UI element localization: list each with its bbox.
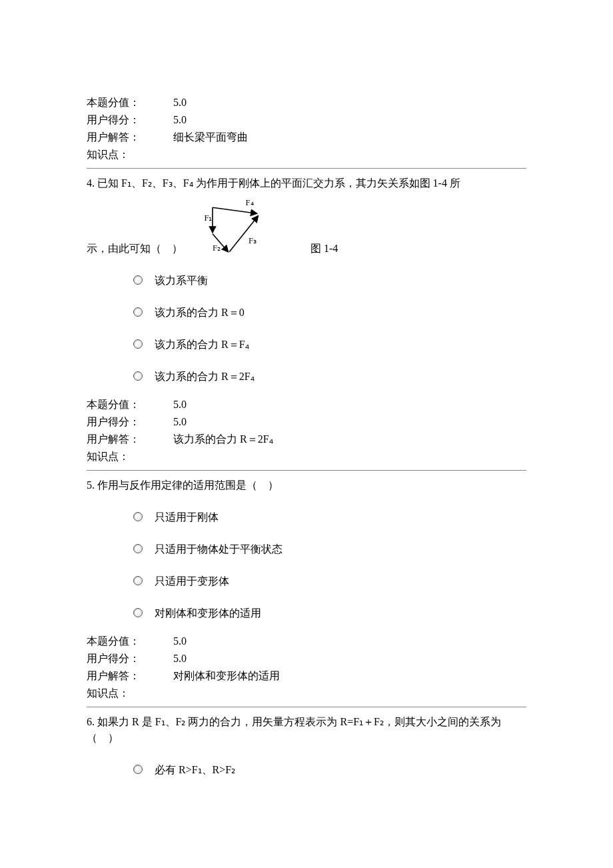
knowledge-value	[173, 449, 526, 465]
user-answer-value: 对刚体和变形体的适用	[173, 668, 526, 684]
option-text: 必有 R>F₁、R>F₂	[155, 758, 235, 778]
user-score-value: 5.0	[173, 112, 526, 128]
divider	[87, 707, 526, 707]
q4-figure-caption: 图 1-4	[310, 241, 338, 257]
knowledge-label: 知识点：	[87, 147, 173, 163]
q5-meta-block: 本题分值： 5.0 用户得分： 5.0 用户解答： 对刚体和变形体的适用 知识点…	[87, 633, 526, 701]
user-score-value: 5.0	[173, 651, 526, 667]
knowledge-value	[173, 685, 526, 701]
meta-row-knowledge: 知识点：	[87, 147, 526, 163]
page: 本题分值： 5.0 用户得分： 5.0 用户解答： 细长梁平面弯曲 知识点： 4…	[0, 0, 613, 817]
option-text: 只适用于变形体	[155, 569, 229, 589]
user-score-label: 用户得分：	[87, 651, 173, 667]
meta-row-user-score: 用户得分： 5.0	[87, 414, 526, 430]
label-f2: F₂	[213, 243, 221, 253]
label-f3: F₃	[249, 236, 257, 245]
option-text: 该力系的合力 R＝F₄	[155, 333, 249, 353]
meta-row-user-answer: 用户解答： 细长梁平面弯曲	[87, 129, 526, 145]
svg-line-4	[213, 207, 257, 213]
radio-icon	[133, 339, 143, 349]
radio-icon	[133, 544, 143, 553]
knowledge-label: 知识点：	[87, 449, 173, 465]
q4-stem-line2: 示，由此可知（ ）	[87, 241, 183, 257]
score-value: 5.0	[173, 633, 526, 649]
radio-icon	[133, 275, 143, 285]
q4-options: 该力系平衡 该力系的合力 R＝0 该力系的合力 R＝F₄ 该力系的合力 R＝2F…	[87, 269, 526, 385]
score-value: 5.0	[173, 95, 526, 111]
q3-meta-block: 本题分值： 5.0 用户得分： 5.0 用户解答： 细长梁平面弯曲 知识点：	[87, 95, 526, 163]
q5-option-d[interactable]: 对刚体和变形体的适用	[133, 601, 526, 621]
q5-option-b[interactable]: 只适用于物体处于平衡状态	[133, 537, 526, 557]
knowledge-value	[173, 147, 526, 163]
meta-row-knowledge: 知识点：	[87, 449, 526, 465]
option-text: 对刚体和变形体的适用	[155, 601, 261, 621]
meta-row-score: 本题分值： 5.0	[87, 95, 526, 111]
user-score-label: 用户得分：	[87, 414, 173, 430]
meta-row-user-score: 用户得分： 5.0	[87, 112, 526, 128]
svg-line-3	[229, 216, 258, 252]
radio-icon	[133, 512, 143, 521]
divider	[87, 168, 526, 169]
q4-stem-line1: 4. 已知 F₁、F₂、F₃、F₄ 为作用于刚体上的平面汇交力系，其力矢关系如图…	[87, 175, 526, 191]
user-answer-label: 用户解答：	[87, 129, 173, 145]
user-answer-value: 该力系的合力 R＝2F₄	[173, 431, 526, 447]
user-answer-value: 细长梁平面弯曲	[173, 129, 526, 145]
q5-option-c[interactable]: 只适用于变形体	[133, 569, 526, 589]
meta-row-user-score: 用户得分： 5.0	[87, 651, 526, 667]
option-text: 该力系平衡	[155, 269, 208, 289]
user-score-label: 用户得分：	[87, 112, 173, 128]
option-text: 只适用于物体处于平衡状态	[155, 537, 283, 557]
user-answer-label: 用户解答：	[87, 431, 173, 447]
score-label: 本题分值：	[87, 397, 173, 413]
q6-option-a[interactable]: 必有 R>F₁、R>F₂	[133, 758, 526, 778]
radio-icon	[133, 576, 143, 585]
option-text: 该力系的合力 R＝0	[155, 301, 245, 321]
force-polygon-diagram: F₁ F₂ F₃ F₄	[187, 197, 287, 257]
knowledge-label: 知识点：	[87, 685, 173, 701]
meta-row-score: 本题分值： 5.0	[87, 397, 526, 413]
q4-option-d[interactable]: 该力系的合力 R＝2F₄	[133, 365, 526, 385]
q4-option-b[interactable]: 该力系的合力 R＝0	[133, 301, 526, 321]
q6-options: 必有 R>F₁、R>F₂	[87, 758, 526, 778]
q6-stem: 6. 如果力 R 是 F₁、F₂ 两力的合力，用矢量方程表示为 R=F₁＋F₂，…	[87, 714, 526, 746]
meta-row-score: 本题分值： 5.0	[87, 633, 526, 649]
q4-stem-line2-row: 示，由此可知（ ） F₁ F₂ F₃ F₄ 图 1-4	[87, 197, 526, 257]
q5-options: 只适用于刚体 只适用于物体处于平衡状态 只适用于变形体 对刚体和变形体的适用	[87, 505, 526, 621]
q5-stem: 5. 作用与反作用定律的适用范围是（ ）	[87, 477, 526, 493]
option-text: 该力系的合力 R＝2F₄	[155, 365, 255, 385]
score-label: 本题分值：	[87, 95, 173, 111]
radio-icon	[133, 608, 143, 617]
q4-option-c[interactable]: 该力系的合力 R＝F₄	[133, 333, 526, 353]
radio-icon	[133, 307, 143, 317]
label-f1: F₁	[204, 213, 212, 223]
q4-option-a[interactable]: 该力系平衡	[133, 269, 526, 289]
user-answer-label: 用户解答：	[87, 668, 173, 684]
option-text: 只适用于刚体	[155, 505, 219, 525]
score-label: 本题分值：	[87, 633, 173, 649]
score-value: 5.0	[173, 397, 526, 413]
user-score-value: 5.0	[173, 414, 526, 430]
meta-row-user-answer: 用户解答： 对刚体和变形体的适用	[87, 668, 526, 684]
radio-icon	[133, 765, 143, 774]
meta-row-user-answer: 用户解答： 该力系的合力 R＝2F₄	[87, 431, 526, 447]
radio-icon	[133, 371, 143, 381]
label-f4: F₄	[246, 198, 254, 207]
q4-meta-block: 本题分值： 5.0 用户得分： 5.0 用户解答： 该力系的合力 R＝2F₄ 知…	[87, 397, 526, 465]
q5-option-a[interactable]: 只适用于刚体	[133, 505, 526, 525]
meta-row-knowledge: 知识点：	[87, 685, 526, 701]
divider	[87, 470, 526, 471]
